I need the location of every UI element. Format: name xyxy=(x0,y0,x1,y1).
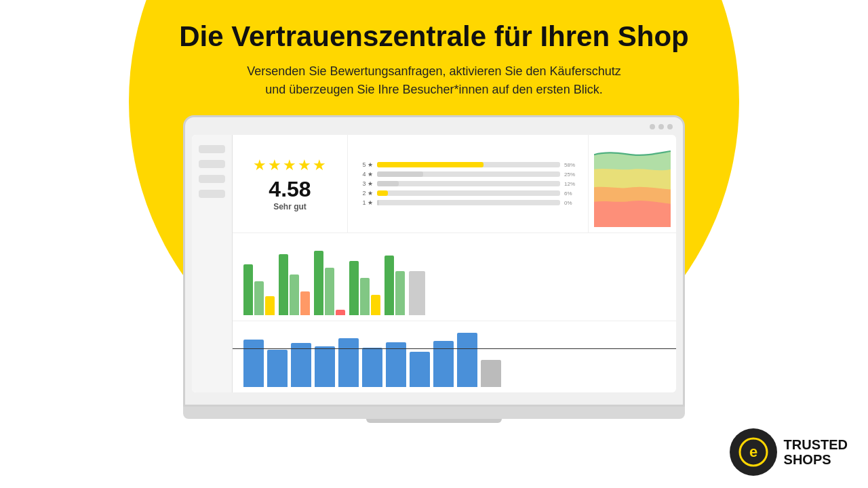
page-headline: Die Vertrauenszentrale für Ihren Shop xyxy=(179,20,689,53)
bar-label-4: 4 ★ xyxy=(358,171,373,178)
bar-pct-2: 6% xyxy=(564,190,578,197)
screen-dots xyxy=(192,124,676,129)
sidebar-block-3 xyxy=(199,175,225,183)
bar-green-1b xyxy=(254,281,264,315)
trusted-shops-circle: e xyxy=(730,428,777,476)
bar-row-3: 3 ★ 12% xyxy=(358,180,578,187)
bar-row-4: 4 ★ 25% xyxy=(358,171,578,178)
line-chart-svg xyxy=(594,140,671,227)
bar-pct-4: 25% xyxy=(564,171,578,178)
middle-bar-chart xyxy=(233,233,676,321)
bar-yellow-1 xyxy=(265,296,275,315)
top-section: ★★★★★ 4.58 Sehr gut 5 ★ 58% xyxy=(233,135,676,233)
blue-bar-3 xyxy=(291,343,311,387)
laptop-base xyxy=(183,407,685,419)
bar-group-1 xyxy=(243,264,275,315)
bar-yellow-4 xyxy=(371,295,380,315)
bar-pct-1: 0% xyxy=(564,200,578,206)
bar-label-1: 1 ★ xyxy=(358,199,373,206)
sidebar-block-4 xyxy=(199,190,225,198)
rating-panel: ★★★★★ 4.58 Sehr gut xyxy=(233,135,348,232)
bar-track-1 xyxy=(377,200,560,205)
trusted-shops-line1: TRUSTED xyxy=(784,437,848,452)
bar-row-5: 5 ★ 58% xyxy=(358,161,578,168)
bar-pct-5: 58% xyxy=(564,162,578,168)
bar-group-3 xyxy=(314,251,345,315)
bar-green-5a xyxy=(384,256,394,315)
bar-group-6 xyxy=(409,271,425,315)
bar-pct-3: 12% xyxy=(564,181,578,187)
blue-bar-10 xyxy=(457,333,477,387)
dot-3 xyxy=(667,124,673,129)
bar-red-3 xyxy=(336,310,345,315)
bar-fill-1 xyxy=(377,200,379,205)
rating-bars-panel: 5 ★ 58% 4 ★ 25% xyxy=(348,135,588,232)
trusted-shops-logo: e TRUSTED SHOPS xyxy=(730,428,848,476)
bar-orange-2 xyxy=(300,291,310,315)
bar-green-4b xyxy=(360,278,370,315)
laptop-screen: ★★★★★ 4.58 Sehr gut 5 ★ 58% xyxy=(183,115,685,407)
bar-label-2: 2 ★ xyxy=(358,190,373,197)
bar-green-2b xyxy=(290,274,299,315)
bar-fill-2 xyxy=(377,190,388,196)
bar-green-5b xyxy=(395,271,405,315)
blue-bar-gray xyxy=(481,360,501,387)
main-content: Die Vertrauenszentrale für Ihren Shop Ve… xyxy=(0,0,868,419)
screen-inner: ★★★★★ 4.58 Sehr gut 5 ★ 58% xyxy=(192,135,676,392)
bar-fill-5 xyxy=(377,162,484,167)
blue-bar-5 xyxy=(338,338,359,387)
page-subheadline: Versenden Sie Bewertungsanfragen, aktivi… xyxy=(247,62,620,99)
bar-fill-4 xyxy=(377,171,423,177)
blue-bar-6 xyxy=(362,348,382,387)
bar-green-4a xyxy=(349,261,359,315)
rating-score: 4.58 xyxy=(269,177,311,202)
bar-green-3a xyxy=(314,251,323,315)
bar-track-5 xyxy=(377,162,560,167)
dashboard-main: ★★★★★ 4.58 Sehr gut 5 ★ 58% xyxy=(233,135,676,392)
bar-track-4 xyxy=(377,171,560,177)
bar-track-2 xyxy=(377,190,560,196)
area-chart-panel xyxy=(588,135,676,232)
laptop-mockup: ★★★★★ 4.58 Sehr gut 5 ★ 58% xyxy=(183,115,685,419)
svg-text:e: e xyxy=(749,443,757,460)
bar-group-2 xyxy=(279,254,310,315)
blue-bar-1 xyxy=(243,340,264,387)
bar-green-1a xyxy=(243,264,253,315)
chart-baseline xyxy=(233,348,676,349)
dot-1 xyxy=(650,124,655,129)
blue-bar-8 xyxy=(410,352,430,387)
trusted-shops-line2: SHOPS xyxy=(784,452,848,467)
blue-bar-4 xyxy=(315,346,335,387)
bar-green-2a xyxy=(279,254,288,315)
bar-track-3 xyxy=(377,181,560,186)
star-rating: ★★★★★ xyxy=(253,157,328,174)
rating-label: Sehr gut xyxy=(273,202,307,211)
blue-bar-2 xyxy=(267,350,288,387)
trusted-shops-icon: e xyxy=(737,436,770,468)
bar-fill-3 xyxy=(377,181,399,186)
bar-label-3: 3 ★ xyxy=(358,180,373,187)
bar-row-1: 1 ★ 0% xyxy=(358,199,578,206)
bar-group-5 xyxy=(384,256,405,315)
sidebar-block-2 xyxy=(199,160,225,168)
bar-label-5: 5 ★ xyxy=(358,161,373,168)
sidebar xyxy=(192,135,233,392)
trusted-shops-text: TRUSTED SHOPS xyxy=(784,437,848,467)
bar-row-2: 2 ★ 6% xyxy=(358,190,578,197)
bar-group-4 xyxy=(349,261,380,315)
bottom-bar-chart xyxy=(233,321,676,392)
sidebar-block-1 xyxy=(199,145,225,153)
bar-gray-6 xyxy=(409,271,425,315)
dot-2 xyxy=(658,124,664,129)
bar-green-3b xyxy=(325,268,334,315)
